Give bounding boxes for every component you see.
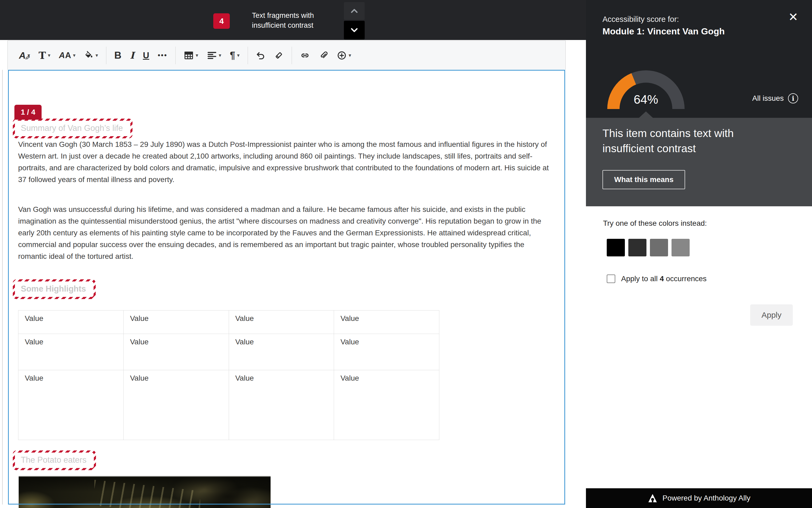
anthology-logo-icon <box>647 493 658 503</box>
toolbar-separator <box>106 47 106 64</box>
occurrence-count: 4 <box>660 274 664 283</box>
editor-content-area[interactable]: 1 / 4 Summary of Van Gogh’s life Vincent… <box>8 70 565 505</box>
table-cell[interactable]: Value <box>334 370 439 440</box>
panel-score-section: Accessibility score for: Module 1: Vince… <box>586 0 812 118</box>
alignment-button[interactable]: ▾ <box>203 46 226 65</box>
color-swatch-row <box>607 239 690 256</box>
score-value: 64% <box>607 92 685 107</box>
issue-type-line2: insufficient contrast <box>252 20 314 30</box>
undo-button[interactable] <box>252 46 270 65</box>
paragraph-van-gogh-legacy: Van Gogh was unsuccessful during his lif… <box>18 204 550 262</box>
color-swatch-light-gray[interactable] <box>672 239 690 256</box>
pencil-icon: ✎ <box>23 54 32 61</box>
next-issue-button[interactable] <box>344 21 365 39</box>
fill-color-button[interactable]: ▾ <box>80 46 102 65</box>
caret-down-icon: ▾ <box>48 52 50 58</box>
paragraph-format-button[interactable]: ¶ ▾ <box>225 46 244 65</box>
issue-position-badge: 1 / 4 <box>14 105 42 120</box>
table-cell[interactable]: Value <box>123 334 229 370</box>
previous-issue-button[interactable] <box>344 2 365 20</box>
panel-issue-section: This item contains text with insufficien… <box>586 118 812 206</box>
table-cell[interactable]: Value <box>18 310 124 334</box>
caret-down-icon: ▾ <box>237 52 240 58</box>
caret-down-icon: ▾ <box>73 52 76 58</box>
chevron-up-icon <box>349 6 359 16</box>
table-cell[interactable]: Value <box>18 370 124 440</box>
caret-down-icon: ▾ <box>349 52 351 58</box>
paragraph-icon: ¶ <box>230 50 235 61</box>
undo-icon <box>256 51 265 60</box>
apply-all-checkbox[interactable] <box>607 274 615 283</box>
section-notch <box>639 112 653 118</box>
font-family-icon: T <box>39 50 46 61</box>
info-icon[interactable]: i <box>788 93 798 103</box>
color-swatch-gray[interactable] <box>650 239 668 256</box>
paragraph-van-gogh-bio: Vincent van Gogh (30 March 1853 – 29 Jul… <box>18 139 550 185</box>
heading-potato-eaters: The Potato eaters <box>15 453 94 468</box>
contrast-issue-highlight-summary[interactable]: Summary of Van Gogh’s life <box>13 119 132 138</box>
table-row: Value Value Value Value <box>18 334 439 370</box>
font-size-icon: AA <box>59 51 71 60</box>
heading-summary: Summary of Van Gogh’s life <box>15 121 130 136</box>
table-row: Value Value Value Value <box>18 370 439 440</box>
paperclip-icon <box>318 51 328 60</box>
close-icon[interactable]: ✕ <box>788 11 798 23</box>
ally-accessibility-panel: Accessibility score for: Module 1: Vince… <box>586 0 812 508</box>
heading-highlights: Some Highlights <box>15 282 94 297</box>
contrast-issue-highlight-highlights[interactable]: Some Highlights <box>13 279 96 299</box>
apply-all-label: Apply to all 4 occurrences <box>621 274 707 283</box>
toolbar-separator <box>292 47 292 64</box>
link-icon <box>300 50 310 60</box>
issue-type-label: Text fragments with insufficient contras… <box>252 11 314 30</box>
table-cell[interactable]: Value <box>123 370 229 440</box>
ellipsis-icon: ••• <box>158 51 167 59</box>
align-left-icon <box>207 50 217 60</box>
toolbar-separator <box>175 47 176 64</box>
editor-frame-left-border <box>2 70 3 505</box>
more-formatting-button[interactable]: ••• <box>154 46 172 65</box>
all-issues-link[interactable]: All issues i <box>752 93 798 103</box>
bold-button[interactable]: B <box>110 46 126 65</box>
contrast-issue-highlight-potato[interactable]: The Potato eaters <box>13 451 96 470</box>
table-cell[interactable]: Value <box>229 310 334 334</box>
table-cell[interactable]: Value <box>334 334 439 370</box>
insert-link-button[interactable] <box>296 46 314 65</box>
table-cell[interactable]: Value <box>334 310 439 334</box>
panel-footer: Powered by Anthology Ally <box>586 488 812 508</box>
editor-toolbar: A✎ ▾ T ▾ AA ▾ ▾ B I U ••• ▾ ▾ ¶ ▾ <box>7 41 566 70</box>
text-styles-button[interactable]: A✎ ▾ <box>15 46 34 65</box>
caret-down-icon: ▾ <box>219 52 221 58</box>
caret-down-icon: ▾ <box>95 52 98 58</box>
italic-button[interactable]: I <box>126 46 139 65</box>
plus-circle-icon <box>337 50 347 60</box>
what-this-means-button[interactable]: What this means <box>602 170 685 189</box>
clear-formatting-button[interactable] <box>270 46 288 65</box>
font-family-button[interactable]: T ▾ <box>34 46 55 65</box>
eraser-icon <box>274 51 284 60</box>
attach-file-button[interactable] <box>314 46 332 65</box>
italic-icon: I <box>130 50 134 61</box>
table-cell[interactable]: Value <box>18 334 124 370</box>
powered-by-label: Powered by Anthology Ally <box>663 494 751 502</box>
insert-content-button[interactable]: ▾ <box>332 46 356 65</box>
caret-down-icon: ▾ <box>196 52 198 58</box>
table-cell[interactable]: Value <box>229 370 334 440</box>
apply-button[interactable]: Apply <box>750 304 793 326</box>
issue-navigation-bar: 4 Text fragments with insufficient contr… <box>0 0 586 40</box>
bold-icon: B <box>114 50 122 61</box>
color-swatch-dark-gray[interactable] <box>628 239 646 256</box>
issue-description-heading: This item contains text with insufficien… <box>602 126 778 156</box>
apply-all-row: Apply to all 4 occurrences <box>607 274 707 283</box>
table-cell[interactable]: Value <box>123 310 229 334</box>
score-for-label: Accessibility score for: <box>602 15 679 24</box>
issue-count-badge: 4 <box>213 13 230 29</box>
font-size-button[interactable]: AA ▾ <box>55 46 80 65</box>
potato-eaters-image[interactable] <box>19 476 270 508</box>
underline-button[interactable]: U <box>139 46 154 65</box>
table-cell[interactable]: Value <box>229 334 334 370</box>
paint-bucket-icon <box>84 51 94 60</box>
insert-table-button[interactable]: ▾ <box>179 46 203 65</box>
text-styles-icon: A✎ <box>19 50 26 61</box>
module-title: Module 1: Vincent Van Gogh <box>602 26 725 37</box>
color-swatch-black[interactable] <box>607 239 625 256</box>
